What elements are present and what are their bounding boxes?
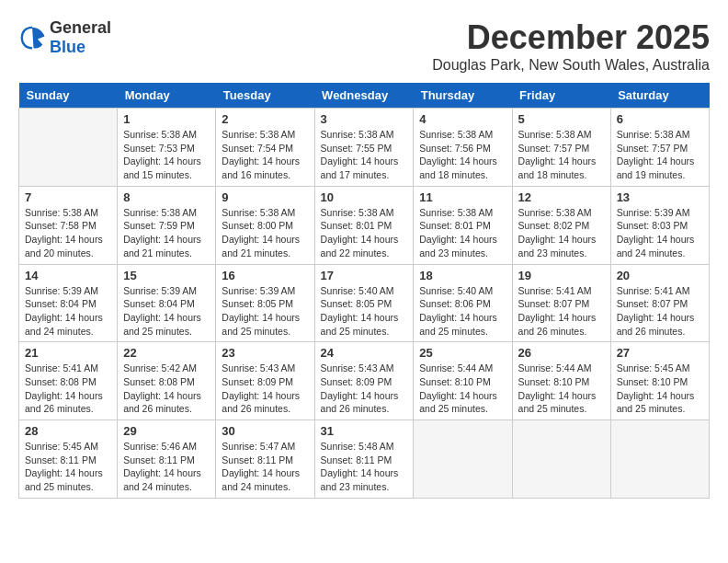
- day-number: 13: [617, 190, 703, 204]
- day-info: Sunrise: 5:42 AMSunset: 8:08 PMDaylight:…: [123, 362, 210, 416]
- logo: General Blue: [18, 18, 111, 57]
- calendar-table: Sunday Monday Tuesday Wednesday Thursday…: [18, 83, 710, 499]
- header-saturday: Saturday: [610, 83, 709, 109]
- calendar-cell: 27Sunrise: 5:45 AMSunset: 8:10 PMDayligh…: [610, 342, 709, 420]
- day-number: 17: [321, 269, 408, 282]
- calendar-cell: 23Sunrise: 5:43 AMSunset: 8:09 PMDayligh…: [216, 342, 314, 420]
- day-number: 25: [419, 346, 506, 360]
- calendar-week-3: 14Sunrise: 5:39 AMSunset: 8:04 PMDayligh…: [19, 264, 710, 342]
- day-info: Sunrise: 5:40 AMSunset: 8:05 PMDaylight:…: [321, 284, 408, 339]
- day-number: 19: [518, 269, 605, 282]
- logo-general: General: [50, 18, 111, 37]
- day-info: Sunrise: 5:44 AMSunset: 8:10 PMDaylight:…: [419, 362, 506, 416]
- day-number: 22: [123, 346, 210, 360]
- day-info: Sunrise: 5:47 AMSunset: 8:11 PMDaylight:…: [222, 440, 308, 494]
- day-info: Sunrise: 5:38 AMSunset: 8:02 PMDaylight:…: [518, 206, 605, 260]
- day-info: Sunrise: 5:48 AMSunset: 8:11 PMDaylight:…: [321, 440, 408, 494]
- day-info: Sunrise: 5:43 AMSunset: 8:09 PMDaylight:…: [321, 362, 408, 416]
- day-number: 10: [321, 190, 408, 204]
- day-number: 24: [321, 346, 408, 360]
- day-info: Sunrise: 5:40 AMSunset: 8:06 PMDaylight:…: [419, 284, 506, 339]
- day-number: 5: [518, 112, 605, 126]
- calendar-cell: 12Sunrise: 5:38 AMSunset: 8:02 PMDayligh…: [512, 186, 610, 264]
- logo-icon: [18, 24, 46, 52]
- calendar-week-2: 7Sunrise: 5:38 AMSunset: 7:58 PMDaylight…: [19, 186, 710, 264]
- calendar-cell: 22Sunrise: 5:42 AMSunset: 8:08 PMDayligh…: [118, 342, 216, 420]
- day-info: Sunrise: 5:44 AMSunset: 8:10 PMDaylight:…: [518, 362, 605, 416]
- day-info: Sunrise: 5:43 AMSunset: 8:09 PMDaylight:…: [222, 362, 308, 416]
- day-info: Sunrise: 5:39 AMSunset: 8:05 PMDaylight:…: [222, 284, 308, 339]
- day-number: 16: [222, 269, 308, 282]
- calendar-week-4: 21Sunrise: 5:41 AMSunset: 8:08 PMDayligh…: [19, 342, 710, 420]
- location-title: Douglas Park, New South Wales, Australia: [432, 57, 710, 74]
- calendar-week-1: 1Sunrise: 5:38 AMSunset: 7:53 PMDaylight…: [19, 109, 710, 187]
- page-header: General Blue December 2025 Douglas Park,…: [18, 18, 710, 74]
- day-info: Sunrise: 5:38 AMSunset: 7:56 PMDaylight:…: [419, 128, 506, 182]
- calendar-cell: [610, 420, 709, 499]
- header-tuesday: Tuesday: [216, 83, 314, 109]
- day-info: Sunrise: 5:38 AMSunset: 8:00 PMDaylight:…: [222, 206, 308, 260]
- calendar-cell: 5Sunrise: 5:38 AMSunset: 7:57 PMDaylight…: [512, 109, 610, 187]
- logo-text: General Blue: [50, 18, 111, 57]
- day-info: Sunrise: 5:38 AMSunset: 7:57 PMDaylight:…: [617, 128, 703, 182]
- day-info: Sunrise: 5:38 AMSunset: 7:55 PMDaylight:…: [321, 128, 408, 182]
- day-number: 7: [25, 190, 111, 204]
- day-number: 30: [222, 424, 308, 438]
- calendar-cell: 21Sunrise: 5:41 AMSunset: 8:08 PMDayligh…: [19, 342, 118, 420]
- calendar-cell: 6Sunrise: 5:38 AMSunset: 7:57 PMDaylight…: [610, 109, 709, 187]
- day-info: Sunrise: 5:38 AMSunset: 7:57 PMDaylight:…: [518, 128, 605, 182]
- month-title: December 2025: [432, 18, 710, 57]
- day-info: Sunrise: 5:38 AMSunset: 7:54 PMDaylight:…: [222, 128, 308, 182]
- day-info: Sunrise: 5:39 AMSunset: 8:04 PMDaylight:…: [123, 284, 210, 339]
- day-number: 27: [617, 346, 703, 360]
- day-number: 15: [123, 269, 210, 282]
- calendar-cell: 29Sunrise: 5:46 AMSunset: 8:11 PMDayligh…: [118, 420, 216, 499]
- day-number: 9: [222, 190, 308, 204]
- calendar-cell: [512, 420, 610, 499]
- day-number: 18: [419, 269, 506, 282]
- title-block: December 2025 Douglas Park, New South Wa…: [432, 18, 710, 74]
- calendar-cell: 9Sunrise: 5:38 AMSunset: 8:00 PMDaylight…: [216, 186, 314, 264]
- header-friday: Friday: [512, 83, 610, 109]
- header-wednesday: Wednesday: [314, 83, 414, 109]
- day-info: Sunrise: 5:38 AMSunset: 7:53 PMDaylight:…: [123, 128, 210, 182]
- day-info: Sunrise: 5:38 AMSunset: 8:01 PMDaylight:…: [321, 206, 408, 260]
- day-number: 11: [419, 190, 506, 204]
- day-info: Sunrise: 5:45 AMSunset: 8:10 PMDaylight:…: [617, 362, 703, 416]
- day-number: 20: [617, 269, 703, 282]
- calendar-cell: 3Sunrise: 5:38 AMSunset: 7:55 PMDaylight…: [314, 109, 414, 187]
- calendar-cell: 25Sunrise: 5:44 AMSunset: 8:10 PMDayligh…: [414, 342, 512, 420]
- logo-blue: Blue: [50, 38, 85, 56]
- calendar-cell: 18Sunrise: 5:40 AMSunset: 8:06 PMDayligh…: [414, 264, 512, 342]
- day-number: 31: [321, 424, 408, 438]
- calendar-cell: 14Sunrise: 5:39 AMSunset: 8:04 PMDayligh…: [19, 264, 118, 342]
- day-number: 12: [518, 190, 605, 204]
- calendar-cell: 10Sunrise: 5:38 AMSunset: 8:01 PMDayligh…: [314, 186, 414, 264]
- day-number: 29: [123, 424, 210, 438]
- day-number: 1: [123, 112, 210, 126]
- calendar-cell: 24Sunrise: 5:43 AMSunset: 8:09 PMDayligh…: [314, 342, 414, 420]
- day-info: Sunrise: 5:46 AMSunset: 8:11 PMDaylight:…: [123, 440, 210, 494]
- day-info: Sunrise: 5:38 AMSunset: 7:59 PMDaylight:…: [123, 206, 210, 260]
- day-number: 4: [419, 112, 506, 126]
- calendar-cell: 13Sunrise: 5:39 AMSunset: 8:03 PMDayligh…: [610, 186, 709, 264]
- calendar-cell: 31Sunrise: 5:48 AMSunset: 8:11 PMDayligh…: [314, 420, 414, 499]
- day-number: 21: [25, 346, 111, 360]
- day-number: 2: [222, 112, 308, 126]
- calendar-week-5: 28Sunrise: 5:45 AMSunset: 8:11 PMDayligh…: [19, 420, 710, 499]
- day-number: 14: [25, 269, 111, 282]
- day-info: Sunrise: 5:39 AMSunset: 8:03 PMDaylight:…: [617, 206, 703, 260]
- day-info: Sunrise: 5:39 AMSunset: 8:04 PMDaylight:…: [25, 284, 111, 339]
- day-info: Sunrise: 5:41 AMSunset: 8:07 PMDaylight:…: [518, 284, 605, 339]
- day-info: Sunrise: 5:45 AMSunset: 8:11 PMDaylight:…: [25, 440, 111, 494]
- calendar-cell: [414, 420, 512, 499]
- calendar-cell: 19Sunrise: 5:41 AMSunset: 8:07 PMDayligh…: [512, 264, 610, 342]
- calendar-cell: 11Sunrise: 5:38 AMSunset: 8:01 PMDayligh…: [414, 186, 512, 264]
- calendar-cell: 16Sunrise: 5:39 AMSunset: 8:05 PMDayligh…: [216, 264, 314, 342]
- day-info: Sunrise: 5:38 AMSunset: 7:58 PMDaylight:…: [25, 206, 111, 260]
- day-info: Sunrise: 5:41 AMSunset: 8:08 PMDaylight:…: [25, 362, 111, 416]
- day-number: 28: [25, 424, 111, 438]
- day-number: 6: [617, 112, 703, 126]
- calendar-cell: 26Sunrise: 5:44 AMSunset: 8:10 PMDayligh…: [512, 342, 610, 420]
- calendar-cell: 20Sunrise: 5:41 AMSunset: 8:07 PMDayligh…: [610, 264, 709, 342]
